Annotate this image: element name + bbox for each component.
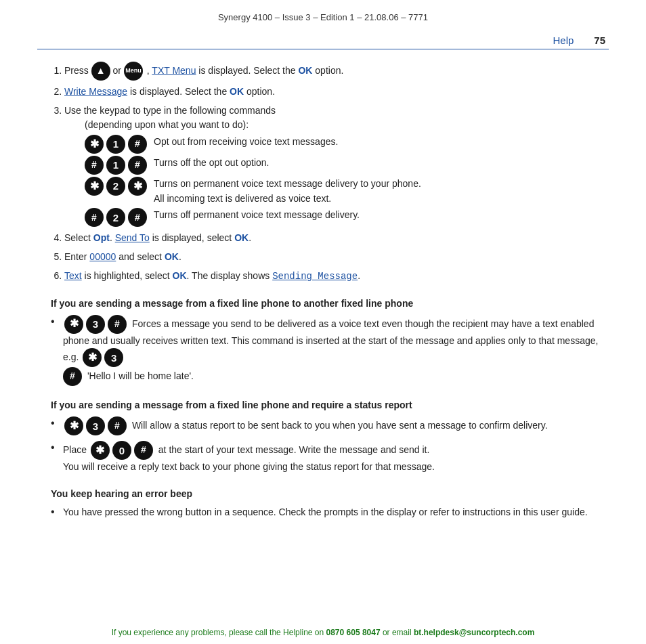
footer-phone: 0870 605 8047 bbox=[326, 628, 381, 637]
step-4: Select Opt. Send To is displayed, select… bbox=[64, 231, 602, 246]
num2-key: 2 bbox=[106, 177, 125, 196]
footer-text-before: If you experience any problems, please c… bbox=[112, 628, 326, 637]
sending-message: Sending Message bbox=[272, 271, 358, 282]
keypad-row-2-label: Turns off the opt out option. bbox=[154, 156, 269, 171]
num2-key-2: 2 bbox=[106, 208, 125, 227]
section3-heading: You keep hearing an error beep bbox=[51, 487, 602, 501]
hash-key-2: # bbox=[85, 156, 104, 175]
s2b-star: ✱ bbox=[91, 441, 110, 460]
enter-value: 00000 bbox=[89, 251, 116, 262]
txt-menu-link: TXT Menu bbox=[152, 65, 196, 76]
footer-email-label: email bbox=[392, 628, 414, 637]
keypad-row-1-label: Opt out from receiving voice text messag… bbox=[154, 135, 338, 150]
keypad-row-3-label: Turns on permanent voice text message de… bbox=[154, 177, 421, 192]
ok-label-2: OK bbox=[230, 86, 244, 97]
keypad-row-1: ✱ 1 # Opt out from receiving voice text … bbox=[85, 135, 602, 154]
s1-star: ✱ bbox=[64, 315, 83, 334]
send-to-link: Send To bbox=[115, 232, 150, 243]
s1-3: 3 bbox=[86, 315, 105, 334]
s2-hash: # bbox=[108, 416, 127, 435]
step-3: Use the keypad to type in the following … bbox=[64, 104, 602, 228]
s1-hash: # bbox=[108, 315, 127, 334]
help-label: Help bbox=[553, 35, 574, 46]
keypad-row-3: ✱ 2 ✱ Turns on permanent voice text mess… bbox=[85, 177, 602, 206]
s2b-0: 0 bbox=[112, 441, 131, 460]
s1-inline-3: 3 bbox=[104, 348, 123, 367]
page-header: Synergy 4100 – Issue 3 – Edition 1 – 21.… bbox=[0, 0, 646, 28]
star-key-2: ✱ bbox=[85, 177, 104, 196]
step-5: Enter 00000 and select OK. bbox=[64, 250, 602, 265]
section1-bullet-1: • ✱ 3 # Forces a message you send to be … bbox=[51, 315, 602, 387]
s2-3: 3 bbox=[86, 416, 105, 435]
footer-email: bt.helpdesk@suncorptech.com bbox=[414, 628, 534, 637]
ok-label-5: OK bbox=[165, 251, 179, 262]
star-key: ✱ bbox=[85, 135, 104, 154]
ok-label-4: OK bbox=[234, 232, 249, 243]
text-link: Text bbox=[64, 270, 82, 281]
step-1: Press ▲ or Menu , TXT Menu is displayed.… bbox=[64, 62, 602, 81]
s2b-hash: # bbox=[134, 441, 153, 460]
star-key-3: ✱ bbox=[128, 177, 147, 196]
ok-label-1: OK bbox=[298, 65, 312, 76]
opt-link: Opt bbox=[93, 232, 110, 243]
section1-bullets: • ✱ 3 # Forces a message you send to be … bbox=[51, 315, 602, 387]
steps-list: Press ▲ or Menu , TXT Menu is displayed.… bbox=[64, 62, 602, 284]
menu-icon: Menu bbox=[124, 62, 143, 81]
up-arrow-icon: ▲ bbox=[91, 62, 110, 81]
or-text: or bbox=[113, 65, 124, 76]
step-6: Text is highlighted, select OK. The disp… bbox=[64, 269, 602, 284]
step3-sub: (depending upon what you want to do): bbox=[85, 118, 602, 133]
section3-bullet-1: • You have pressed the wrong button in a… bbox=[51, 505, 602, 520]
num1-key-2: 1 bbox=[106, 156, 125, 175]
hash-key-3: # bbox=[128, 156, 147, 175]
page-number: 75 bbox=[594, 35, 605, 46]
ok-label-6: OK bbox=[173, 270, 187, 281]
keypad-row-4: # 2 # Turns off permanent voice text mes… bbox=[85, 208, 602, 227]
main-content: Press ▲ or Menu , TXT Menu is displayed.… bbox=[0, 62, 646, 520]
section2-heading: If you are sending a message from a fixe… bbox=[51, 398, 602, 412]
num1-key: 1 bbox=[106, 135, 125, 154]
divider bbox=[37, 49, 609, 49]
hash-key-5: # bbox=[128, 208, 147, 227]
footer: If you experience any problems, please c… bbox=[0, 618, 646, 644]
section3-bullets: • You have pressed the wrong button in a… bbox=[51, 505, 602, 520]
write-message-link: Write Message bbox=[64, 86, 127, 97]
hash-key: # bbox=[128, 135, 147, 154]
section2-bullets: • ✱ 3 # Will allow a status report to be… bbox=[51, 416, 602, 475]
section1-heading: If you are sending a message from a fixe… bbox=[51, 297, 602, 311]
hash-key-4: # bbox=[85, 208, 104, 227]
keypad-row-4-label: Turns off permanent voice text message d… bbox=[154, 208, 360, 223]
section2-bullet-2: • Place ✱ 0 # at the start of your text … bbox=[51, 441, 602, 475]
s1-inline-star: ✱ bbox=[83, 348, 102, 367]
keypad-row-3-sub: All incoming text is delivered as voice … bbox=[154, 192, 421, 207]
keypad-row-2: # 1 # Turns off the opt out option. bbox=[85, 156, 602, 175]
s2-star: ✱ bbox=[64, 416, 83, 435]
footer-or: or bbox=[381, 628, 392, 637]
section2-bullet-1: • ✱ 3 # Will allow a status report to be… bbox=[51, 416, 602, 435]
s1-inline-hash: # bbox=[63, 367, 82, 386]
step-2: Write Message is displayed. Select the O… bbox=[64, 85, 602, 100]
